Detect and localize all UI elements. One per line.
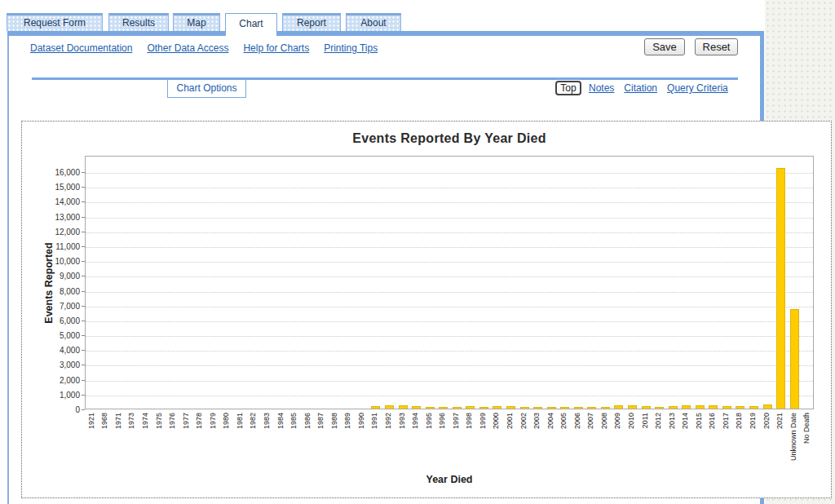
x-tick-label: 2000 <box>492 413 501 463</box>
gridline <box>86 173 813 174</box>
link-dataset-documentation[interactable]: Dataset Documentation <box>30 42 132 54</box>
link-printing-tips[interactable]: Printing Tips <box>324 42 378 54</box>
y-tick-label: 4,000 <box>31 346 80 355</box>
y-tick-mark <box>82 187 85 188</box>
x-tick-label: 1971 <box>114 413 123 463</box>
y-tick-mark <box>82 335 85 336</box>
x-tick-label: 2001 <box>506 413 515 463</box>
y-tick-mark <box>82 201 85 202</box>
y-tick-mark <box>82 172 85 173</box>
x-tick-label: 2010 <box>627 413 636 463</box>
y-tick-label: 1,000 <box>31 391 80 400</box>
tab-report[interactable]: Report <box>282 13 341 31</box>
x-tick-label: 1984 <box>276 413 285 463</box>
y-tick-mark <box>82 261 85 262</box>
plot-area <box>85 156 814 409</box>
x-tick-label: 1991 <box>370 413 379 463</box>
x-tick-label: No Death <box>802 413 811 463</box>
y-tick-mark <box>82 350 85 351</box>
x-tick-label: 1975 <box>155 413 164 463</box>
y-tick-label: 7,000 <box>31 302 80 311</box>
bar-1993 <box>399 405 408 409</box>
tab-about[interactable]: About <box>346 13 401 31</box>
bar-2019 <box>749 406 758 409</box>
x-tick-label: 2019 <box>749 413 758 463</box>
x-tick-label: 1998 <box>465 413 474 463</box>
bar-2017 <box>722 406 731 409</box>
x-tick-label: 1977 <box>182 413 191 463</box>
x-tick-label: 1999 <box>479 413 488 463</box>
x-tick-label: 1992 <box>384 413 393 463</box>
bar-1995 <box>426 407 435 409</box>
tab-chart[interactable]: Chart <box>225 13 277 36</box>
x-tick-label: 2002 <box>519 413 528 463</box>
tab-request-form[interactable]: Request Form <box>7 13 103 31</box>
x-tick-label: 2004 <box>546 413 555 463</box>
anchor-link-notes[interactable]: Notes <box>589 82 614 94</box>
bar-2018 <box>736 406 744 409</box>
y-tick-mark <box>82 246 85 247</box>
x-tick-label: 1997 <box>452 413 461 463</box>
x-tick-label: 1976 <box>168 413 177 463</box>
x-tick-label: 1974 <box>141 413 150 463</box>
bar-2007 <box>587 407 596 409</box>
anchor-link-citation[interactable]: Citation <box>624 82 657 94</box>
y-tick-label: 5,000 <box>31 331 80 340</box>
x-tick-label: 2016 <box>708 413 717 463</box>
y-tick-label: 10,000 <box>31 257 80 266</box>
bar-1996 <box>439 407 448 409</box>
x-tick-label: 1987 <box>316 413 325 463</box>
tab-map[interactable]: Map <box>173 13 220 31</box>
bar-2015 <box>696 405 705 409</box>
bar-2012 <box>655 407 664 409</box>
reset-button[interactable]: Reset <box>695 38 738 55</box>
gridline <box>86 188 813 188</box>
bar-2009 <box>614 405 623 409</box>
x-tick-label: 2018 <box>735 413 744 463</box>
x-tick-label: 2020 <box>762 413 771 463</box>
x-tick-label: 2007 <box>586 413 595 463</box>
chart-options-button[interactable]: Chart Options <box>167 79 246 98</box>
y-tick-label: 15,000 <box>31 183 80 192</box>
x-tick-label: 2003 <box>532 413 541 463</box>
gridline <box>86 381 813 382</box>
x-tick-label: 2009 <box>613 413 622 463</box>
anchor-links: NotesCitationQuery Criteria <box>589 82 728 94</box>
toolbar-links: Dataset DocumentationOther Data AccessHe… <box>30 42 378 54</box>
x-tick-label: 1990 <box>357 413 366 463</box>
tab-results[interactable]: Results <box>108 13 169 31</box>
gridline <box>86 396 813 396</box>
x-tick-label: 1921 <box>87 413 96 463</box>
bar-2011 <box>642 406 651 409</box>
x-tick-label: 1979 <box>209 413 218 463</box>
bar-2016 <box>709 405 718 409</box>
link-other-data-access[interactable]: Other Data Access <box>147 42 228 54</box>
x-tick-label: 1982 <box>249 413 258 463</box>
anchor-link-query-criteria[interactable]: Query Criteria <box>667 82 728 94</box>
content-left-border <box>7 31 9 504</box>
gridline <box>86 365 813 366</box>
gridline <box>86 336 813 337</box>
chart-title: Events Reported By Year Died <box>85 131 814 146</box>
link-help-for-charts[interactable]: Help for Charts <box>243 42 309 54</box>
bar-2003 <box>533 407 542 409</box>
x-tick-label: 2015 <box>695 413 704 463</box>
bar-2014 <box>682 405 691 409</box>
bar-2000 <box>493 406 501 409</box>
x-tick-label: 1981 <box>236 413 245 463</box>
bar-2010 <box>628 405 637 409</box>
section-divider <box>32 77 738 80</box>
x-tick-label: 2005 <box>559 413 568 463</box>
top-button[interactable]: Top <box>555 81 581 95</box>
y-tick-mark <box>82 395 85 396</box>
bar-1992 <box>385 405 394 409</box>
gridline <box>86 247 813 248</box>
bar-1998 <box>466 406 475 409</box>
y-tick-label: 2,000 <box>31 376 80 385</box>
x-tick-label: Unknown Date <box>789 413 798 463</box>
y-tick-mark <box>82 276 85 276</box>
x-tick-label: 2011 <box>641 413 650 463</box>
y-tick-label: 16,000 <box>31 168 80 177</box>
save-button[interactable]: Save <box>644 38 685 55</box>
y-tick-label: 13,000 <box>31 213 80 222</box>
